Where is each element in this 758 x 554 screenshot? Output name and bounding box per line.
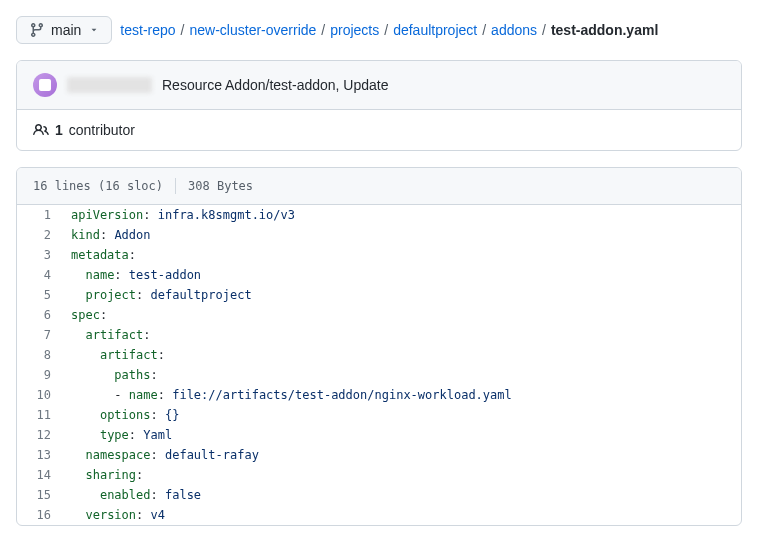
line-number[interactable]: 2 [17,225,61,245]
breadcrumb-link[interactable]: defaultproject [393,22,477,38]
code-line: 1apiVersion: infra.k8smgmt.io/v3 [17,205,741,225]
line-number[interactable]: 10 [17,385,61,405]
line-number[interactable]: 9 [17,365,61,385]
code-table: 1apiVersion: infra.k8smgmt.io/v32kind: A… [17,205,741,525]
line-content[interactable]: enabled: false [61,485,741,505]
code-line: 4 name: test-addon [17,265,741,285]
line-content[interactable]: type: Yaml [61,425,741,445]
file-box: 16 lines (16 sloc) 308 Bytes 1apiVersion… [16,167,742,526]
line-number[interactable]: 16 [17,505,61,525]
line-content[interactable]: paths: [61,365,741,385]
breadcrumb-link[interactable]: new-cluster-override [190,22,317,38]
breadcrumb-separator: / [384,22,388,38]
code-line: 5 project: defaultproject [17,285,741,305]
line-content[interactable]: - name: file://artifacts/test-addon/ngin… [61,385,741,405]
line-content[interactable]: project: defaultproject [61,285,741,305]
line-number[interactable]: 6 [17,305,61,325]
code-line: 11 options: {} [17,405,741,425]
code-line: 6spec: [17,305,741,325]
line-number[interactable]: 14 [17,465,61,485]
line-content[interactable]: options: {} [61,405,741,425]
line-number[interactable]: 12 [17,425,61,445]
line-number[interactable]: 4 [17,265,61,285]
breadcrumb-link[interactable]: addons [491,22,537,38]
breadcrumb: test-repo/new-cluster-override/projects/… [120,22,658,38]
breadcrumb-separator: / [542,22,546,38]
code-line: 7 artifact: [17,325,741,345]
line-number[interactable]: 11 [17,405,61,425]
line-content[interactable]: artifact: [61,345,741,365]
code-line: 15 enabled: false [17,485,741,505]
line-number[interactable]: 3 [17,245,61,265]
line-number[interactable]: 8 [17,345,61,365]
line-number[interactable]: 15 [17,485,61,505]
code-line: 9 paths: [17,365,741,385]
branch-name: main [51,22,81,38]
line-content[interactable]: metadata: [61,245,741,265]
people-icon [33,122,49,138]
breadcrumb-link[interactable]: projects [330,22,379,38]
commit-message: Resource Addon/test-addon, Update [162,77,389,93]
breadcrumb-separator: / [321,22,325,38]
line-number[interactable]: 7 [17,325,61,345]
contributor-label: contributor [69,122,135,138]
file-size: 308 Bytes [188,179,253,193]
line-number[interactable]: 5 [17,285,61,305]
line-number[interactable]: 13 [17,445,61,465]
divider [175,178,176,194]
line-content[interactable]: kind: Addon [61,225,741,245]
line-number[interactable]: 1 [17,205,61,225]
commit-box: Resource Addon/test-addon, Update 1 cont… [16,60,742,151]
git-branch-icon [29,22,45,38]
line-content[interactable]: namespace: default-rafay [61,445,741,465]
file-lines: 16 lines (16 sloc) [33,179,163,193]
breadcrumb-link[interactable]: test-repo [120,22,175,38]
breadcrumb-current: test-addon.yaml [551,22,658,38]
file-header: 16 lines (16 sloc) 308 Bytes [17,168,741,205]
code-line: 16 version: v4 [17,505,741,525]
line-content[interactable]: version: v4 [61,505,741,525]
breadcrumb-separator: / [482,22,486,38]
chevron-down-icon [89,25,99,35]
line-content[interactable]: apiVersion: infra.k8smgmt.io/v3 [61,205,741,225]
line-content[interactable]: sharing: [61,465,741,485]
code-body: 1apiVersion: infra.k8smgmt.io/v32kind: A… [17,205,741,525]
branch-select-button[interactable]: main [16,16,112,44]
breadcrumb-separator: / [181,22,185,38]
line-content[interactable]: artifact: [61,325,741,345]
code-line: 8 artifact: [17,345,741,365]
author-name [67,77,152,93]
avatar[interactable] [33,73,57,97]
code-line: 2kind: Addon [17,225,741,245]
code-line: 12 type: Yaml [17,425,741,445]
branch-breadcrumb-row: main test-repo/new-cluster-override/proj… [16,16,742,44]
line-content[interactable]: spec: [61,305,741,325]
line-content[interactable]: name: test-addon [61,265,741,285]
code-line: 10 - name: file://artifacts/test-addon/n… [17,385,741,405]
contributors-row[interactable]: 1 contributor [17,110,741,150]
code-line: 14 sharing: [17,465,741,485]
code-line: 3metadata: [17,245,741,265]
commit-header: Resource Addon/test-addon, Update [17,61,741,110]
code-line: 13 namespace: default-rafay [17,445,741,465]
contributor-count: 1 [55,122,63,138]
